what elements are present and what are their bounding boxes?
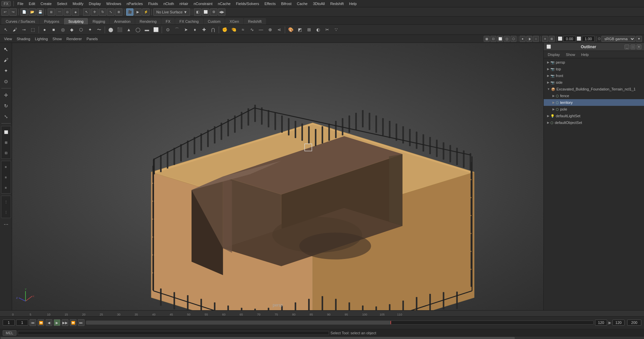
menu-item-ncache[interactable]: nCache bbox=[215, 1, 233, 6]
sculpt-layer-btn[interactable]: ⊞ bbox=[305, 25, 313, 34]
undo-btn[interactable]: ↩ bbox=[1, 8, 9, 16]
playblast-btn[interactable]: ◀▶ bbox=[218, 8, 225, 16]
expand-arrow-side[interactable]: ▶ bbox=[547, 81, 549, 84]
sculpt-circle-btn[interactable]: ● bbox=[40, 25, 49, 34]
status-mel[interactable]: MEL bbox=[3, 330, 16, 336]
sculpt-bump-btn[interactable]: ⋂ bbox=[209, 25, 217, 34]
expand-arrow-defaultObjectSet[interactable]: ▶ bbox=[547, 121, 549, 124]
gamma-arrow[interactable]: ▼ bbox=[636, 36, 642, 42]
vp-menu-shading[interactable]: Shading bbox=[15, 36, 32, 42]
go-to-end-btn[interactable]: ⏭ bbox=[78, 319, 85, 326]
group2-btn2[interactable]: ≡ bbox=[1, 172, 11, 182]
sculpt-grab-btn[interactable]: ✊ bbox=[220, 25, 229, 34]
outliner-item-front[interactable]: ▶📷front bbox=[544, 72, 644, 79]
render-settings-btn[interactable]: ⚙ bbox=[210, 8, 217, 16]
fx-badge[interactable]: FX bbox=[1, 1, 11, 6]
group3-btn2[interactable]: ⋮ bbox=[1, 207, 11, 217]
group3-btn1[interactable]: ⋮ bbox=[1, 197, 11, 207]
tab-custom[interactable]: Custom bbox=[204, 18, 225, 24]
outliner-item-top[interactable]: ▶📷top bbox=[544, 66, 644, 72]
group1-btn1[interactable]: ⬜ bbox=[1, 127, 11, 137]
render-btn[interactable]: ▶ bbox=[134, 8, 142, 16]
paint-select-btn[interactable]: 🖌 bbox=[10, 25, 19, 34]
outliner-item-fence[interactable]: ▶⬡fence bbox=[544, 92, 644, 99]
sculpt-heart-btn[interactable]: ♦ bbox=[191, 25, 199, 34]
outliner-minimize-btn[interactable]: _ bbox=[625, 45, 629, 49]
sculpt-noise-btn[interactable]: ∵ bbox=[332, 25, 340, 34]
step-back-btn[interactable]: ⏪ bbox=[38, 319, 44, 326]
vp-icon4[interactable]: ◫ bbox=[504, 36, 510, 42]
menu-item-file[interactable]: File bbox=[15, 1, 26, 6]
vp-menu-panels[interactable]: Panels bbox=[85, 36, 100, 42]
group2-btn3[interactable]: ≡ bbox=[1, 183, 11, 193]
snap-curve-btn[interactable]: 〰 bbox=[56, 8, 63, 16]
rect-select-btn[interactable]: ⬚ bbox=[29, 25, 37, 34]
menu-item-help[interactable]: Help bbox=[347, 1, 359, 6]
expand-arrow-pole[interactable]: ▶ bbox=[552, 108, 555, 111]
select-tool-btn[interactable]: ↖ bbox=[83, 8, 90, 16]
menu-item-fluids[interactable]: Fluids bbox=[146, 1, 160, 6]
group1-btn2[interactable]: ⊞ bbox=[1, 137, 11, 147]
sculpt-arch-btn[interactable]: ⌒ bbox=[172, 25, 181, 34]
outliner-item-persp[interactable]: ▶📷persp bbox=[544, 59, 644, 66]
outliner-maximize-btn[interactable]: □ bbox=[631, 45, 635, 49]
vp-icon5[interactable]: ⬡ bbox=[511, 36, 517, 42]
universal-tool-btn[interactable]: ⊕ bbox=[115, 8, 122, 16]
menu-item-select[interactable]: Select bbox=[55, 1, 70, 6]
menu-item-create[interactable]: Create bbox=[38, 1, 54, 6]
gamma-select[interactable]: sRGB gamma Linear gamma Raw bbox=[601, 36, 635, 42]
tab-redshift[interactable]: Redshift bbox=[244, 18, 266, 24]
tab-fx-caching[interactable]: FX Caching bbox=[175, 18, 203, 24]
menu-item-nparticles[interactable]: nParticles bbox=[124, 1, 145, 6]
snap-grid-btn[interactable]: ⊞ bbox=[48, 8, 55, 16]
expand-arrow-fence[interactable]: ▶ bbox=[552, 94, 555, 97]
menu-item-cache[interactable]: Cache bbox=[294, 1, 310, 6]
viewport[interactable]: X Y Z persp bbox=[12, 43, 543, 310]
paint-mode-btn[interactable]: 🖌 bbox=[1, 55, 11, 65]
play-btn[interactable]: ▶ bbox=[54, 319, 60, 326]
mel-input[interactable] bbox=[18, 331, 329, 335]
open-btn[interactable]: 📂 bbox=[29, 8, 36, 16]
menu-item-windows[interactable]: Windows bbox=[104, 1, 124, 6]
rotate-mode-btn[interactable]: ↻ bbox=[1, 101, 11, 111]
sculpt-wave-btn[interactable]: 〜 bbox=[95, 25, 103, 34]
tab-rigging[interactable]: Rigging bbox=[88, 18, 109, 24]
scale-mode-btn[interactable]: ⤡ bbox=[1, 112, 11, 122]
sculpt-sphere-btn[interactable]: ⬤ bbox=[106, 25, 115, 34]
snap-mode-btn[interactable]: ⊙ bbox=[1, 76, 11, 86]
sculpt-cylinder-btn[interactable]: ⬜ bbox=[152, 25, 160, 34]
tab-rendering[interactable]: Rendering bbox=[135, 18, 161, 24]
redo-btn[interactable]: ↪ bbox=[9, 8, 17, 16]
move-tool-btn[interactable]: ✛ bbox=[91, 8, 98, 16]
expand-arrow-territory[interactable]: ▶ bbox=[552, 101, 555, 104]
play-back-btn[interactable]: ◀ bbox=[46, 319, 52, 326]
start-frame-input[interactable] bbox=[16, 320, 28, 326]
expand-arrow-defaultLightSet[interactable]: ▶ bbox=[547, 114, 549, 118]
vp-menu-renderer[interactable]: Renderer bbox=[64, 36, 84, 42]
no-live-surface-btn[interactable]: No Live Surface ▼ bbox=[153, 8, 190, 16]
select-mode-btn[interactable]: ↖ bbox=[1, 44, 11, 54]
more-btn[interactable]: ⋯ bbox=[1, 219, 11, 229]
total-frames-input[interactable] bbox=[627, 320, 641, 326]
outliner-item-defaultObjectSet[interactable]: ▶⬡defaultObjectSet bbox=[544, 119, 644, 126]
outliner-menu-help[interactable]: Help bbox=[579, 52, 592, 57]
outliner-item-defaultLightSet[interactable]: ▶💡defaultLightSet bbox=[544, 113, 644, 119]
play-fwd-btn[interactable]: ▶▶ bbox=[62, 319, 68, 326]
sculpt-cross-btn[interactable]: ✚ bbox=[200, 25, 208, 34]
expand-arrow-persp[interactable]: ▶ bbox=[547, 61, 549, 64]
group1-btn3[interactable]: ⊟ bbox=[1, 148, 11, 158]
sculpt-rect-btn[interactable]: ■ bbox=[49, 25, 58, 34]
hypershade-btn[interactable]: ◧ bbox=[194, 8, 201, 16]
tab-polygons[interactable]: Polygons bbox=[40, 18, 63, 24]
menu-item-3dtoall[interactable]: 3DtoAll bbox=[311, 1, 327, 6]
playhead-frame-input[interactable] bbox=[595, 320, 607, 326]
vp-icon6[interactable]: ● bbox=[520, 36, 526, 42]
sculpt-pinch-btn[interactable]: 🤏 bbox=[229, 25, 238, 34]
menu-item-ncloth[interactable]: nCloth bbox=[161, 1, 176, 6]
outliner-close-btn[interactable]: ✕ bbox=[637, 45, 641, 49]
lasso-select-btn[interactable]: ⊸ bbox=[19, 25, 28, 34]
save-btn[interactable]: 💾 bbox=[37, 8, 44, 16]
sculpt-smooth-btn[interactable]: ≈ bbox=[238, 25, 247, 34]
new-scene-btn[interactable]: 📄 bbox=[20, 8, 28, 16]
menu-item-modify[interactable]: Modify bbox=[70, 1, 86, 6]
